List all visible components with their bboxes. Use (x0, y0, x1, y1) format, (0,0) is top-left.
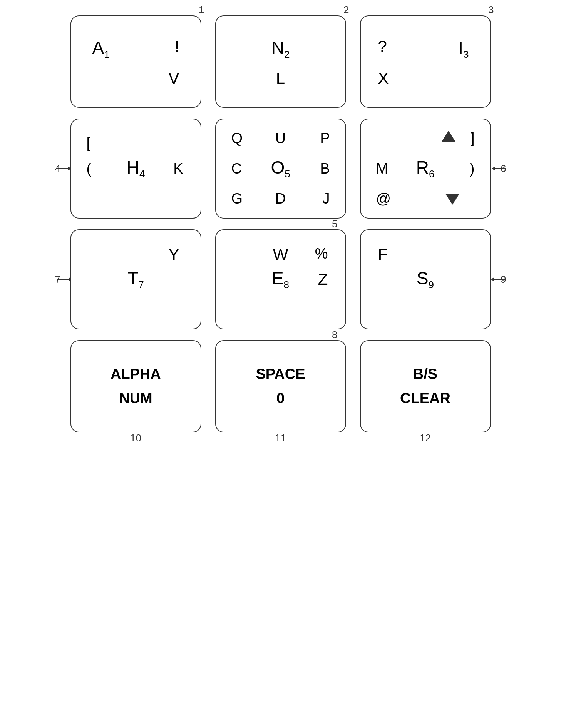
key8-char-z: Z (318, 270, 328, 289)
ref-12: 12 (420, 432, 431, 444)
key-8-content: W % E8 Z (216, 230, 345, 329)
key5-char-p: P (320, 130, 330, 147)
key-7[interactable]: 7 Y T7 (70, 229, 201, 329)
svg-marker-7 (491, 277, 494, 281)
key11-label-space: SPACE (256, 366, 305, 382)
key-1[interactable]: 1 A1 ! V (70, 15, 201, 108)
key-6-content: ] M R6 ) @ (361, 119, 490, 218)
key9-char-s: S9 (417, 268, 434, 291)
ref-10: 10 (130, 432, 141, 444)
svg-marker-5 (69, 277, 70, 281)
key6-char-rparen: ) (470, 160, 475, 177)
key12-label-clear: CLEAR (400, 390, 450, 407)
key-6[interactable]: 6 ] M R6 ) @ (360, 119, 491, 219)
key-12-content: B/S CLEAR (361, 341, 490, 432)
key12-label-bs: B/S (413, 366, 437, 382)
key2-char-l: L (276, 69, 285, 88)
key5-char-g: G (231, 190, 243, 207)
key1-char-exclaim: ! (175, 37, 179, 56)
key8-char-e: E8 (272, 268, 289, 291)
svg-marker-1 (68, 167, 70, 170)
key-11[interactable]: SPACE 0 11 (215, 340, 346, 432)
key-5-content: Q U P C O5 B G D J (216, 119, 345, 218)
ref-2: 2 (343, 4, 349, 16)
ref-3: 3 (488, 4, 494, 16)
key9-char-f: F (378, 245, 388, 264)
key-1-content: A1 ! V (71, 16, 201, 107)
key1-char-a: A1 (92, 37, 110, 60)
key8-char-w: W (273, 245, 288, 264)
key5-char-d: D (275, 190, 286, 207)
key-9[interactable]: 9 F S9 (360, 229, 491, 329)
key-7-content: Y T7 (71, 230, 201, 329)
key4-char-lbracket: [ (87, 135, 91, 151)
key6-up-triangle (442, 131, 455, 143)
key4-char-h: H4 (127, 157, 145, 180)
key10-label-num: NUM (119, 390, 152, 407)
key5-char-u: U (275, 130, 286, 147)
key3-char-i: I3 (458, 37, 469, 60)
key-5[interactable]: Q U P C O5 B G D J 5 (215, 119, 346, 219)
ref-5: 5 (332, 218, 337, 230)
key5-char-b: B (320, 160, 330, 177)
arrow-6 (492, 165, 506, 172)
key6-char-at: @ (376, 190, 391, 207)
key6-char-r: R6 (416, 157, 435, 180)
key5-char-c: C (231, 160, 242, 177)
key-3-content: ? I3 X (361, 16, 490, 107)
key4-char-k: K (173, 160, 183, 177)
ref-11: 11 (275, 432, 286, 444)
key8-char-percent: % (315, 245, 328, 262)
arrow-4 (56, 165, 70, 172)
ref-1: 1 (199, 4, 204, 16)
svg-marker-3 (492, 167, 495, 170)
key2-char-n: N2 (271, 37, 290, 60)
key-2-content: N2 L (216, 16, 345, 107)
key5-char-o: O5 (271, 157, 290, 180)
key7-char-t: T7 (127, 268, 144, 291)
key5-char-q: Q (231, 130, 243, 147)
arrow-7 (57, 276, 70, 283)
key-12[interactable]: B/S CLEAR 12 (360, 340, 491, 432)
key3-char-question: ? (378, 37, 387, 56)
key-10[interactable]: ALPHA NUM 10 (70, 340, 201, 432)
key11-label-0: 0 (276, 390, 285, 407)
key6-char-m: M (376, 160, 389, 177)
key3-char-x: X (378, 69, 389, 88)
key-8[interactable]: W % E8 Z 8 (215, 229, 346, 329)
ref-8: 8 (332, 329, 337, 341)
key6-char-rbracket: ] (471, 130, 475, 147)
arrow-9 (491, 276, 505, 283)
key-9-content: F S9 (361, 230, 490, 329)
key5-char-j: J (323, 190, 330, 207)
key-3[interactable]: 3 ? I3 X (360, 15, 491, 108)
keyboard-layout: 1 A1 ! V 2 N2 L 3 ? I3 X 4 [ ( H4 (70, 15, 491, 432)
key4-char-lparen: ( (87, 160, 92, 177)
key-4[interactable]: 4 [ ( H4 K (70, 119, 201, 219)
key7-char-y: Y (168, 245, 179, 264)
key-11-content: SPACE 0 (216, 341, 345, 432)
key10-label-alpha: ALPHA (111, 366, 161, 382)
key1-char-v: V (168, 69, 179, 88)
key-4-content: [ ( H4 K (71, 119, 201, 218)
key6-down-triangle (445, 194, 459, 206)
key-10-content: ALPHA NUM (71, 341, 201, 432)
key-2[interactable]: 2 N2 L (215, 15, 346, 108)
